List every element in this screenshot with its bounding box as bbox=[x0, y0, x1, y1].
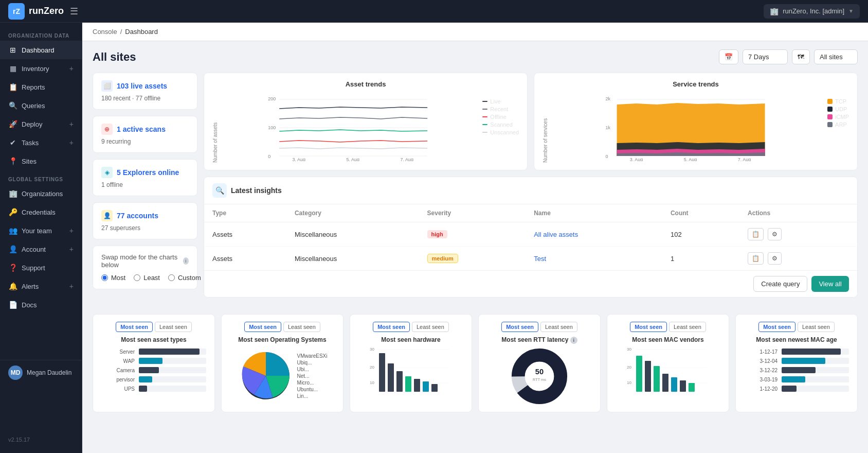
tasks-plus-icon[interactable]: + bbox=[69, 138, 74, 147]
sidebar-label-deploy: Deploy bbox=[22, 120, 65, 128]
create-query-button[interactable]: Create query bbox=[753, 276, 807, 292]
sidebar: ORGANIZATION DATA ⊞ Dashboard ▦ Inventor… bbox=[0, 23, 82, 453]
sidebar-label-queries: Queries bbox=[22, 102, 74, 110]
logo: rZ runZero bbox=[8, 3, 64, 20]
avatar: MD bbox=[8, 365, 23, 380]
rtt-least-btn[interactable]: Least seen bbox=[540, 322, 577, 332]
sidebar-item-account[interactable]: 👤 Account + bbox=[0, 240, 82, 258]
hw-most-btn[interactable]: Most seen bbox=[373, 322, 410, 332]
sidebar-item-credentials[interactable]: 🔑 Credentials bbox=[0, 203, 82, 221]
swap-custom-option[interactable]: Custom bbox=[168, 274, 201, 282]
your-team-plus-icon[interactable]: + bbox=[69, 226, 74, 235]
unscanned-dot bbox=[482, 132, 487, 133]
charts-row: Asset trends Number of assets 200 100 0 bbox=[204, 73, 858, 170]
breadcrumb-parent[interactable]: Console bbox=[93, 28, 117, 36]
swap-custom-radio[interactable] bbox=[168, 274, 175, 281]
svg-text:20: 20 bbox=[370, 365, 374, 370]
swap-info-icon[interactable]: i bbox=[183, 257, 189, 265]
tcp-sq bbox=[827, 99, 833, 104]
account-plus-icon[interactable]: + bbox=[69, 245, 74, 253]
arp-sq bbox=[827, 122, 833, 127]
row2-settings-button[interactable]: ⚙ bbox=[768, 252, 782, 265]
row1-copy-button[interactable]: 📋 bbox=[748, 228, 764, 240]
swap-least-radio[interactable] bbox=[134, 274, 140, 281]
inventory-plus-icon[interactable]: + bbox=[69, 64, 74, 73]
col-type: Type bbox=[204, 204, 286, 222]
hw-least-btn[interactable]: Least seen bbox=[412, 322, 449, 332]
sidebar-item-sites[interactable]: 📍 Sites bbox=[0, 152, 82, 170]
accounts-link[interactable]: 77 accounts bbox=[117, 212, 158, 220]
row2-severity: medium bbox=[419, 247, 526, 271]
row2-name-link[interactable]: Test bbox=[534, 255, 546, 263]
insights-footer: Create query View all bbox=[204, 270, 857, 297]
accounts-card-icon: 👤 bbox=[101, 210, 113, 221]
insights-header-row: Type Category Severity Name Count Action… bbox=[204, 204, 857, 222]
row1-settings-button[interactable]: ⚙ bbox=[768, 228, 782, 240]
dashboard-content: All sites 📅 7 Days 30 Days 90 Days 🗺 All… bbox=[82, 41, 868, 453]
svg-text:0: 0 bbox=[606, 154, 608, 159]
row1-count: 102 bbox=[662, 222, 739, 247]
sidebar-item-organizations[interactable]: 🏢 Organizations bbox=[0, 184, 82, 203]
mac-age-most-btn[interactable]: Most seen bbox=[758, 322, 795, 332]
svg-text:10: 10 bbox=[370, 380, 374, 385]
menu-toggle[interactable]: ☰ bbox=[70, 6, 78, 17]
sidebar-item-alerts[interactable]: 🔔 Alerts + bbox=[0, 277, 82, 295]
row1-name-link[interactable]: All alive assets bbox=[534, 231, 578, 238]
credentials-icon: 🔑 bbox=[8, 207, 17, 217]
sidebar-item-tasks[interactable]: ✔ Tasks + bbox=[0, 133, 82, 152]
svg-text:20: 20 bbox=[627, 365, 631, 370]
site-filter-select[interactable]: All sites bbox=[814, 49, 858, 64]
deploy-plus-icon[interactable]: + bbox=[69, 120, 74, 128]
sites-icon-button[interactable]: 🗺 bbox=[792, 49, 810, 64]
rtt-most-btn[interactable]: Most seen bbox=[501, 322, 538, 332]
row2-count: 1 bbox=[662, 247, 739, 271]
swap-most-radio[interactable] bbox=[101, 274, 108, 281]
swap-least-option[interactable]: Least bbox=[134, 274, 160, 282]
assets-card-icon: ⬜ bbox=[101, 80, 113, 92]
org-selector[interactable]: 🏢 runZero, Inc. [admin] ▼ bbox=[764, 4, 860, 19]
alerts-plus-icon[interactable]: + bbox=[69, 282, 74, 290]
col-severity: Severity bbox=[419, 204, 526, 222]
sidebar-item-inventory[interactable]: ▦ Inventory + bbox=[0, 59, 82, 78]
dashboard-icon: ⊞ bbox=[8, 45, 17, 55]
explorers-link[interactable]: 5 Explorers online bbox=[117, 168, 179, 177]
svg-text:30: 30 bbox=[627, 347, 631, 352]
explorers-card-icon: ◈ bbox=[101, 167, 113, 178]
sidebar-item-docs[interactable]: 📄 Docs bbox=[0, 295, 82, 314]
topbar: rZ runZero ☰ 🏢 runZero, Inc. [admin] ▼ bbox=[0, 0, 868, 23]
asset-types-least-btn[interactable]: Least seen bbox=[155, 322, 192, 332]
time-filter-select[interactable]: 7 Days 30 Days 90 Days bbox=[743, 49, 788, 64]
live-assets-link[interactable]: 103 live assets bbox=[117, 82, 167, 90]
sidebar-item-reports[interactable]: 📋 Reports bbox=[0, 78, 82, 96]
mac-age-least-btn[interactable]: Least seen bbox=[798, 322, 835, 332]
rtt-info-icon[interactable]: i bbox=[570, 337, 577, 344]
assets-summary-card: ⬜ 103 live assets 180 recent · 77 offlin… bbox=[93, 73, 197, 110]
sidebar-item-support[interactable]: ❓ Support bbox=[0, 258, 82, 277]
svg-text:5. Aug: 5. Aug bbox=[684, 157, 697, 161]
version-label: v2.15.17 bbox=[0, 430, 82, 449]
sidebar-user[interactable]: MD Megan Daudelin bbox=[0, 360, 82, 385]
calendar-button[interactable]: 📅 bbox=[719, 49, 738, 64]
mac-vendors-most-btn[interactable]: Most seen bbox=[630, 322, 667, 332]
swap-most-option[interactable]: Most bbox=[101, 274, 125, 282]
mac-vendors-least-btn[interactable]: Least seen bbox=[669, 322, 706, 332]
row2-copy-button[interactable]: 📋 bbox=[748, 252, 764, 265]
legend-recent: Recent bbox=[482, 106, 519, 112]
accounts-card-sub: 27 superusers bbox=[101, 224, 189, 232]
sidebar-item-your-team[interactable]: 👥 Your team + bbox=[0, 221, 82, 240]
user-name: Megan Daudelin bbox=[27, 369, 71, 376]
logo-text: runZero bbox=[29, 6, 64, 16]
col-count: Count bbox=[662, 204, 739, 222]
sidebar-item-deploy[interactable]: 🚀 Deploy + bbox=[0, 115, 82, 133]
sidebar-item-dashboard[interactable]: ⊞ Dashboard bbox=[0, 41, 82, 59]
active-scans-link[interactable]: 1 active scans bbox=[117, 125, 166, 133]
os-least-btn[interactable]: Least seen bbox=[283, 322, 320, 332]
row1-actions: 📋 ⚙ bbox=[739, 222, 857, 247]
reports-icon: 📋 bbox=[8, 82, 17, 92]
row2-name: Test bbox=[526, 247, 662, 271]
svg-text:10: 10 bbox=[627, 380, 631, 385]
view-all-button[interactable]: View all bbox=[811, 276, 849, 292]
os-most-btn[interactable]: Most seen bbox=[244, 322, 281, 332]
asset-types-most-btn[interactable]: Most seen bbox=[116, 322, 153, 332]
sidebar-item-queries[interactable]: 🔍 Queries bbox=[0, 96, 82, 115]
